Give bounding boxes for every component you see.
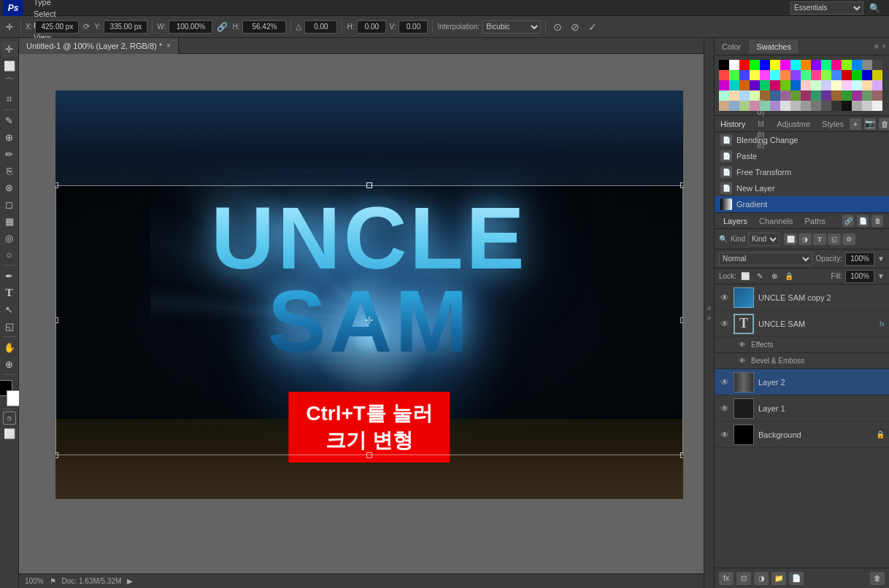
adjustme-tab[interactable]: Adjustme bbox=[771, 118, 816, 130]
swatch-50[interactable] bbox=[739, 90, 750, 101]
swatch-39[interactable] bbox=[790, 80, 801, 90]
layer-item-3[interactable]: 👁Layer 1 bbox=[715, 395, 889, 422]
swatch-55[interactable] bbox=[790, 90, 801, 101]
swatch-78[interactable] bbox=[862, 101, 872, 111]
layer-item-0[interactable]: 👁UNCLE SAM copy 2 bbox=[715, 285, 889, 311]
swatches-tab[interactable]: Swatches bbox=[749, 40, 799, 53]
swatch-73[interactable] bbox=[811, 101, 821, 111]
document-tab[interactable]: Untitled-1 @ 100% (Layer 2, RGB/8) * × bbox=[19, 38, 179, 54]
swatch-11[interactable] bbox=[831, 60, 842, 70]
swatch-34[interactable] bbox=[739, 80, 750, 90]
zoom-tool[interactable]: ⊕ bbox=[1, 356, 18, 372]
swatch-70[interactable] bbox=[780, 101, 790, 111]
swatch-33[interactable] bbox=[729, 80, 739, 90]
search-icon[interactable]: 🔍 bbox=[869, 3, 880, 13]
swatch-10[interactable] bbox=[821, 60, 831, 70]
h2-input[interactable] bbox=[357, 20, 386, 34]
channels-tab[interactable]: Channels bbox=[753, 215, 798, 227]
layers-tab[interactable]: Layers bbox=[717, 215, 753, 227]
healing-tool[interactable]: ⊕ bbox=[1, 129, 18, 145]
layers-delete-btn[interactable]: 🗑 bbox=[871, 215, 883, 227]
swatch-44[interactable] bbox=[842, 80, 852, 90]
x-input[interactable]: 425.00 px bbox=[35, 20, 79, 34]
cancel-icon[interactable]: ⊘ bbox=[571, 21, 580, 33]
delete-layer-btn[interactable]: 🗑 bbox=[870, 572, 885, 585]
transform-handle-ml[interactable] bbox=[55, 317, 58, 323]
opacity-input[interactable] bbox=[845, 252, 874, 266]
swatch-46[interactable] bbox=[862, 80, 872, 90]
pixel-filter-btn[interactable]: ⬜ bbox=[784, 233, 797, 245]
eraser-tool[interactable]: ◻ bbox=[1, 196, 18, 212]
swatch-23[interactable] bbox=[790, 70, 801, 80]
layer-eye-1[interactable]: 👁 bbox=[719, 318, 731, 330]
history-camera-btn[interactable]: 📷 bbox=[864, 118, 876, 130]
swatch-7[interactable] bbox=[790, 60, 801, 70]
v-input[interactable] bbox=[399, 20, 428, 34]
hand-tool[interactable]: ✋ bbox=[1, 339, 18, 355]
lock-pixels-btn[interactable]: ⬜ bbox=[739, 271, 751, 282]
lasso-tool[interactable]: ⌒ bbox=[1, 74, 18, 90]
quick-mask-btn[interactable]: ◷ bbox=[3, 411, 16, 425]
layer-eye-0[interactable]: 👁 bbox=[719, 292, 731, 303]
history-item-2[interactable]: 📄Free Transform bbox=[715, 164, 889, 180]
swatch-58[interactable] bbox=[821, 90, 831, 101]
swatch-32[interactable] bbox=[719, 80, 729, 90]
adjust-filter-btn[interactable]: ◑ bbox=[798, 233, 812, 245]
w-input[interactable]: 100.00% bbox=[169, 20, 212, 34]
swatch-76[interactable] bbox=[842, 101, 852, 111]
screen-mode-btn[interactable]: ⬜ bbox=[1, 425, 18, 441]
brush-tool[interactable]: ✏ bbox=[1, 146, 18, 162]
lock-all-btn[interactable]: 🔒 bbox=[783, 271, 795, 282]
swatch-24[interactable] bbox=[801, 70, 811, 80]
swatch-75[interactable] bbox=[831, 101, 842, 111]
layer-item-4[interactable]: 👁Background🔒 bbox=[715, 422, 889, 448]
transform-handle-tr[interactable] bbox=[680, 182, 683, 188]
layer-eye-2[interactable]: 👁 bbox=[719, 376, 731, 388]
shape-filter-btn[interactable]: ◱ bbox=[828, 233, 841, 245]
layer-eye-4[interactable]: 👁 bbox=[719, 429, 731, 441]
menubar-item-select[interactable]: Select bbox=[28, 8, 68, 20]
swatch-29[interactable] bbox=[852, 70, 862, 80]
lock-artboard-btn[interactable]: ⊕ bbox=[769, 271, 780, 282]
swatch-38[interactable] bbox=[780, 80, 790, 90]
swatch-53[interactable] bbox=[770, 90, 780, 101]
angle-input[interactable] bbox=[304, 20, 337, 34]
swatch-26[interactable] bbox=[821, 70, 831, 80]
swatch-14[interactable] bbox=[862, 60, 872, 70]
swatch-6[interactable] bbox=[780, 60, 790, 70]
layer-sub-item-1-1[interactable]: 👁Bevel & Emboss bbox=[715, 353, 889, 369]
path-select-tool[interactable]: ↖ bbox=[1, 301, 18, 317]
history-tab[interactable]: History bbox=[715, 118, 751, 130]
layers-new-layer-btn[interactable]: 📄 bbox=[857, 215, 869, 227]
gradient-tool[interactable]: ▦ bbox=[1, 213, 18, 229]
swatch-31[interactable] bbox=[872, 70, 882, 80]
swatch-18[interactable] bbox=[739, 70, 750, 80]
swatch-22[interactable] bbox=[780, 70, 790, 80]
swatch-40[interactable] bbox=[801, 80, 811, 90]
swatch-74[interactable] bbox=[821, 101, 831, 111]
swatch-27[interactable] bbox=[831, 70, 842, 80]
history-new-btn[interactable]: + bbox=[850, 118, 861, 130]
layer-fx-btn[interactable]: fx bbox=[719, 572, 734, 585]
swatch-5[interactable] bbox=[770, 60, 780, 70]
swatch-35[interactable] bbox=[750, 80, 760, 90]
blur-tool[interactable]: ◎ bbox=[1, 230, 18, 246]
transform-handle-bl[interactable] bbox=[55, 452, 58, 458]
swatch-20[interactable] bbox=[760, 70, 770, 80]
swatch-69[interactable] bbox=[770, 101, 780, 111]
workspace-select[interactable]: Essentials bbox=[790, 1, 863, 15]
fill-input[interactable] bbox=[845, 270, 874, 283]
swatch-77[interactable] bbox=[852, 101, 862, 111]
kind-select[interactable]: Kind bbox=[748, 233, 780, 246]
styles-tab[interactable]: Styles bbox=[816, 118, 850, 130]
swatch-19[interactable] bbox=[750, 70, 760, 80]
menubar-item-type[interactable]: Type bbox=[28, 0, 68, 8]
swatch-28[interactable] bbox=[842, 70, 852, 80]
transform-handle-top[interactable] bbox=[366, 182, 372, 188]
history-item-4[interactable]: Gradient bbox=[715, 196, 889, 212]
swatch-30[interactable] bbox=[862, 70, 872, 80]
paths-tab[interactable]: Paths bbox=[799, 215, 831, 227]
swatch-49[interactable] bbox=[729, 90, 739, 101]
transform-handle-br[interactable] bbox=[680, 452, 683, 458]
swatch-72[interactable] bbox=[801, 101, 811, 111]
